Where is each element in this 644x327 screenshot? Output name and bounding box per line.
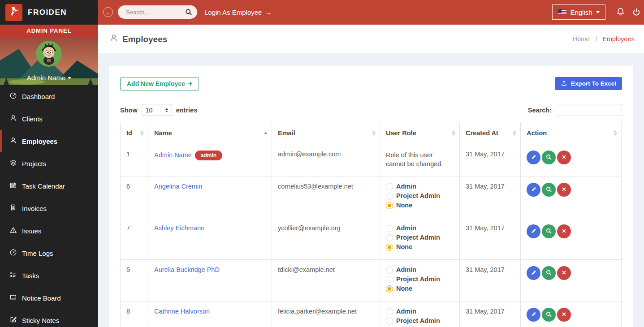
cell-actions	[521, 260, 622, 301]
entries-value: 10	[146, 107, 153, 114]
role-radio-admin[interactable]: Admin	[386, 266, 454, 274]
radio-checked-icon	[386, 285, 393, 293]
delete-button[interactable]	[557, 151, 571, 164]
cell-email: cornelius53@example.net	[272, 176, 380, 218]
table-row: 1 Admin Nameadmin admin@example.com Role…	[121, 144, 622, 176]
upload-icon	[561, 80, 567, 88]
add-new-employee-button[interactable]: Add New Employee +	[120, 77, 199, 90]
column-header-action[interactable]: Action	[521, 122, 622, 144]
table-search-input[interactable]	[556, 104, 622, 116]
employee-name-link[interactable]: Admin Name	[154, 151, 192, 159]
export-to-excel-button[interactable]: Export To Excel	[555, 77, 622, 90]
search-icon[interactable]	[185, 9, 192, 17]
cell-name: Aurelia Buckridge PhD	[148, 260, 272, 301]
radio-icon	[386, 183, 393, 190]
delete-button[interactable]	[557, 266, 571, 280]
language-selector[interactable]: English	[552, 4, 605, 20]
column-header-name[interactable]: Name	[148, 122, 272, 144]
role-radio-project-admin[interactable]: Project Admin	[386, 275, 454, 283]
sidebar-item-invoices[interactable]: Invoices	[0, 197, 98, 219]
sidebar-item-tasks[interactable]: Tasks	[0, 264, 98, 287]
magnifier-icon	[545, 228, 552, 236]
cell-email: tdicki@example.net	[272, 260, 380, 301]
cell-id: 5	[121, 260, 148, 301]
sidebar-item-notice-board[interactable]: Notice Board	[0, 287, 98, 309]
calendar-icon	[9, 181, 17, 190]
role-radio-admin[interactable]: Admin	[386, 308, 454, 315]
cell-id: 8	[121, 301, 148, 327]
sidebar-item-issues[interactable]: Issues	[0, 219, 98, 242]
entries-select[interactable]: 10	[142, 104, 172, 116]
notifications-button[interactable]	[616, 7, 625, 18]
login-as-employee-button[interactable]: Login As Employee →	[204, 0, 272, 25]
sidebar-item-sticky-notes[interactable]: Sticky Notes	[0, 309, 98, 327]
magnifier-icon	[545, 269, 552, 277]
avatar[interactable]	[36, 41, 62, 67]
sidebar-item-projects[interactable]: Projects	[0, 152, 98, 175]
employee-name-link[interactable]: Aurelia Buckridge PhD	[154, 266, 220, 273]
role-radio-project-admin[interactable]: Project Admin	[386, 192, 454, 200]
breadcrumb: Home / Employees	[572, 35, 635, 43]
sort-icon	[372, 130, 376, 136]
logout-button[interactable]	[632, 8, 641, 18]
entries-control: Show 10 entries	[120, 104, 197, 116]
magnifier-icon	[545, 186, 552, 194]
delete-button[interactable]	[557, 183, 571, 197]
collapse-sidebar-button[interactable]: ←	[103, 7, 113, 17]
sort-icon	[513, 130, 516, 136]
radio-checked-icon	[386, 202, 393, 209]
employee-name-link[interactable]: Cathrine Halvorson	[154, 308, 210, 315]
table-row: 6 Angelina Cremin cornelius53@example.ne…	[121, 176, 622, 218]
view-button[interactable]	[542, 266, 556, 280]
cell-email: felicia.parker@example.net	[272, 301, 380, 327]
edit-button[interactable]	[527, 183, 540, 197]
edit-button[interactable]	[527, 308, 540, 322]
delete-button[interactable]	[557, 224, 571, 238]
role-radio-none[interactable]: None	[386, 243, 454, 251]
admin-panel-label: ADMIN PANEL	[0, 25, 98, 37]
cell-actions	[521, 218, 622, 260]
radio-icon	[386, 193, 393, 200]
person-icon	[109, 34, 118, 45]
entries-label: entries	[176, 107, 198, 114]
column-header-created-at[interactable]: Created At	[460, 122, 521, 144]
login-as-employee-label: Login As Employee	[204, 9, 262, 16]
delete-button[interactable]	[557, 308, 571, 322]
role-radio-project-admin[interactable]: Project Admin	[386, 234, 454, 241]
logo-block[interactable]: FROIDEN	[0, 0, 98, 25]
plus-icon: +	[188, 80, 192, 88]
employees-card: Add New Employee + Export To Excel Show …	[109, 66, 633, 327]
column-header-id[interactable]: Id	[121, 122, 148, 144]
sidebar-item-task-calendar[interactable]: Task Calendar	[0, 175, 98, 197]
column-header-email[interactable]: Email	[272, 122, 380, 144]
role-radio-none[interactable]: None	[386, 202, 454, 209]
radio-icon	[386, 276, 393, 283]
sidebar-item-dashboard[interactable]: Dashboard	[0, 85, 98, 108]
user-menu[interactable]: Admin Name	[0, 74, 98, 82]
breadcrumb-home[interactable]: Home	[572, 35, 590, 43]
column-header-user-role[interactable]: User Role	[380, 122, 460, 144]
edit-button[interactable]	[527, 266, 540, 280]
role-radio-admin[interactable]: Admin	[386, 183, 454, 190]
invoice-icon	[9, 204, 17, 213]
cell-name: Admin Nameadmin	[148, 144, 272, 176]
role-radio-project-admin[interactable]: Project Admin	[386, 317, 454, 325]
sort-asc-icon	[264, 132, 268, 134]
sidebar-item-clients[interactable]: Clients	[0, 108, 98, 130]
view-button[interactable]	[542, 183, 556, 197]
close-icon	[561, 154, 567, 161]
employee-name-link[interactable]: Ashley Eichmann	[154, 224, 204, 232]
employee-name-link[interactable]: Angelina Cremin	[154, 183, 202, 190]
view-button[interactable]	[542, 151, 556, 164]
role-radio-none[interactable]: None	[386, 285, 454, 293]
sidebar-item-time-logs[interactable]: Time Logs	[0, 242, 98, 264]
edit-button[interactable]	[527, 151, 540, 164]
cell-created: 31 May, 2017	[460, 176, 521, 218]
radio-icon	[386, 308, 393, 315]
view-button[interactable]	[542, 308, 556, 322]
sidebar-item-employees[interactable]: Employees	[0, 130, 98, 152]
view-button[interactable]	[542, 224, 556, 238]
edit-button[interactable]	[527, 224, 540, 238]
cell-id: 7	[121, 218, 148, 260]
role-radio-admin[interactable]: Admin	[386, 224, 454, 232]
